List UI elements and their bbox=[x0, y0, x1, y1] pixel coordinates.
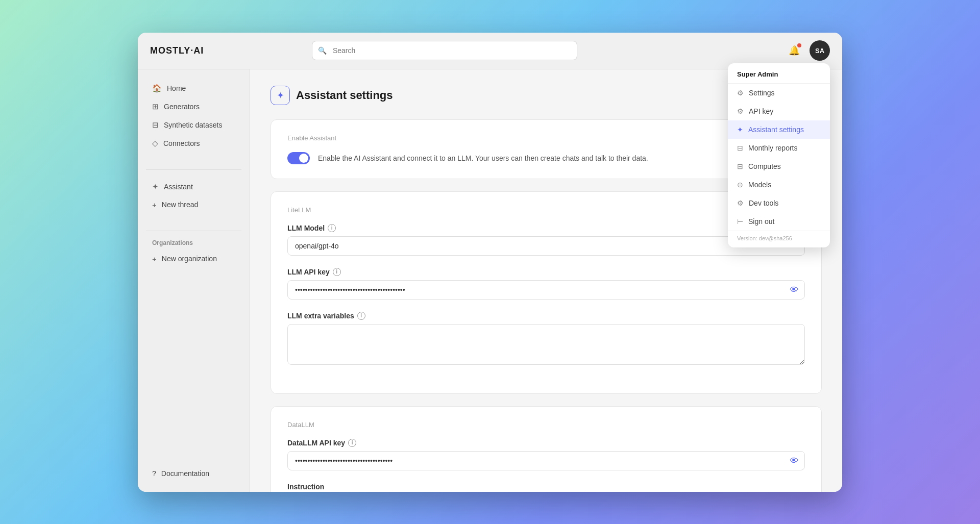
generators-icon: ⊞ bbox=[152, 102, 159, 111]
dropdown-version: Version: dev@sha256 bbox=[728, 231, 830, 247]
app-logo: MOSTLY·AI bbox=[150, 45, 204, 56]
sidebar-item-documentation[interactable]: ? Documentation bbox=[146, 465, 241, 482]
settings-menu-icon: ⚙ bbox=[737, 89, 744, 97]
documentation-icon: ? bbox=[152, 469, 156, 478]
page-title: Assistant settings bbox=[296, 89, 393, 102]
dropdown-item-api-key-label: API key bbox=[749, 107, 773, 115]
search-input[interactable] bbox=[312, 41, 577, 60]
sidebar-item-connectors[interactable]: ◇ Connectors bbox=[146, 135, 241, 152]
sidebar-org-section: Organizations + New organization bbox=[138, 239, 250, 268]
llm-extra-variables-label: LLM extra variables i bbox=[287, 312, 805, 320]
dropdown-item-sign-out-label: Sign out bbox=[748, 217, 774, 226]
sidebar-bottom: ? Documentation bbox=[138, 465, 250, 482]
sidebar-item-connectors-label: Connectors bbox=[163, 139, 200, 147]
litellm-section-title: LiteLLM bbox=[287, 206, 805, 214]
sidebar-item-generators[interactable]: ⊞ Generators bbox=[146, 98, 241, 115]
llm-extra-variables-info-icon[interactable]: i bbox=[357, 312, 365, 320]
enable-section-title: Enable Assistant bbox=[287, 134, 805, 142]
dropdown-item-monthly-reports-label: Monthly reports bbox=[748, 144, 797, 152]
instruction-group: Instruction bbox=[287, 483, 805, 491]
datallm-api-key-visibility-toggle[interactable]: 👁 bbox=[790, 455, 799, 466]
sidebar-item-new-org-label: New organization bbox=[162, 255, 217, 263]
api-key-menu-icon: ⚙ bbox=[737, 107, 744, 115]
llm-api-key-info-icon[interactable]: i bbox=[333, 268, 341, 276]
sidebar-assistant-section: ✦ Assistant + New thread bbox=[138, 178, 250, 214]
dropdown-item-sign-out[interactable]: ⊢ Sign out bbox=[728, 212, 830, 231]
sidebar-divider-2 bbox=[146, 231, 241, 231]
datallm-api-key-input-wrap: 👁 bbox=[287, 451, 805, 470]
llm-model-label: LLM Model i bbox=[287, 224, 805, 232]
sidebar: 🏠 Home ⊞ Generators ⊟ Synthetic datasets… bbox=[138, 69, 250, 492]
llm-api-key-visibility-toggle[interactable]: 👁 bbox=[790, 284, 799, 295]
computes-menu-icon: ⊟ bbox=[737, 162, 743, 170]
dropdown-item-api-key[interactable]: ⚙ API key bbox=[728, 102, 830, 120]
llm-api-key-input-wrap: 👁 bbox=[287, 280, 805, 300]
sidebar-item-assistant[interactable]: ✦ Assistant bbox=[146, 178, 241, 195]
sidebar-item-synthetic-datasets[interactable]: ⊟ Synthetic datasets bbox=[146, 116, 241, 134]
search-icon: 🔍 bbox=[318, 46, 327, 55]
dropdown-item-computes[interactable]: ⊟ Computes bbox=[728, 157, 830, 176]
sidebar-main-section: 🏠 Home ⊞ Generators ⊟ Synthetic datasets… bbox=[138, 80, 250, 153]
dropdown-user-label: Super Admin bbox=[737, 70, 778, 78]
home-icon: 🏠 bbox=[152, 84, 162, 93]
llm-model-input[interactable] bbox=[287, 236, 805, 256]
assistant-settings-menu-icon: ✦ bbox=[737, 126, 743, 134]
datallm-section-card: DataLLM DataLLM API key i 👁 Instruction bbox=[271, 406, 822, 492]
llm-api-key-label: LLM API key i bbox=[287, 268, 805, 276]
dropdown-item-models-label: Models bbox=[748, 181, 771, 189]
user-avatar-button[interactable]: SA bbox=[810, 40, 830, 61]
enable-description: Enable the AI Assistant and connect it t… bbox=[318, 154, 648, 162]
llm-api-key-group: LLM API key i 👁 bbox=[287, 268, 805, 300]
datallm-section-title: DataLLM bbox=[287, 421, 805, 429]
assistant-icon: ✦ bbox=[152, 182, 159, 191]
connectors-icon: ◇ bbox=[152, 139, 158, 148]
sidebar-item-new-thread-label: New thread bbox=[162, 201, 199, 209]
dropdown-item-models[interactable]: ⊙ Models bbox=[728, 176, 830, 194]
sidebar-item-new-thread[interactable]: + New thread bbox=[146, 196, 241, 213]
models-menu-icon: ⊙ bbox=[737, 181, 743, 189]
dropdown-item-computes-label: Computes bbox=[748, 162, 781, 170]
datallm-api-key-input[interactable] bbox=[287, 451, 805, 470]
sidebar-org-label: Organizations bbox=[146, 239, 241, 246]
sidebar-item-assistant-label: Assistant bbox=[164, 183, 193, 191]
dropdown-item-settings-label: Settings bbox=[749, 89, 775, 97]
llm-model-group: LLM Model i bbox=[287, 224, 805, 256]
dropdown-item-dev-tools[interactable]: ⚙ Dev tools bbox=[728, 194, 830, 212]
dropdown-item-assistant-settings[interactable]: ✦ Assistant settings bbox=[728, 120, 830, 139]
header-actions: 🔔 SA bbox=[785, 40, 830, 61]
instruction-label: Instruction bbox=[287, 483, 805, 491]
notification-dot bbox=[797, 43, 801, 47]
llm-extra-variables-group: LLM extra variables i bbox=[287, 312, 805, 367]
dropdown-item-assistant-settings-label: Assistant settings bbox=[748, 126, 804, 134]
new-org-icon: + bbox=[152, 255, 157, 263]
dev-tools-menu-icon: ⚙ bbox=[737, 199, 744, 207]
enable-row: Enable the AI Assistant and connect it t… bbox=[287, 152, 805, 164]
assistant-settings-icon: ✦ bbox=[277, 90, 284, 101]
sign-out-menu-icon: ⊢ bbox=[737, 217, 743, 226]
dropdown-item-monthly-reports[interactable]: ⊟ Monthly reports bbox=[728, 139, 830, 157]
sidebar-divider-1 bbox=[146, 169, 241, 170]
datallm-api-key-label: DataLLM API key i bbox=[287, 439, 805, 447]
page-title-icon: ✦ bbox=[271, 86, 290, 105]
sidebar-item-documentation-label: Documentation bbox=[161, 469, 209, 478]
sidebar-item-generators-label: Generators bbox=[164, 103, 200, 111]
llm-model-info-icon[interactable]: i bbox=[328, 224, 336, 232]
dropdown-item-settings[interactable]: ⚙ Settings bbox=[728, 84, 830, 102]
new-thread-icon: + bbox=[152, 201, 157, 209]
llm-extra-variables-input[interactable] bbox=[287, 324, 805, 365]
user-dropdown-menu: Super Admin ⚙ Settings ⚙ API key ✦ Assis… bbox=[728, 63, 830, 247]
dropdown-header: Super Admin bbox=[728, 63, 830, 84]
search-bar: 🔍 bbox=[312, 41, 577, 60]
sidebar-item-home[interactable]: 🏠 Home bbox=[146, 80, 241, 97]
monthly-reports-menu-icon: ⊟ bbox=[737, 144, 743, 152]
synthetic-datasets-icon: ⊟ bbox=[152, 120, 159, 130]
sidebar-item-synthetic-label: Synthetic datasets bbox=[164, 121, 222, 129]
sidebar-item-new-org[interactable]: + New organization bbox=[146, 251, 241, 267]
dropdown-item-dev-tools-label: Dev tools bbox=[749, 199, 778, 207]
sidebar-item-home-label: Home bbox=[167, 84, 186, 92]
datallm-api-key-info-icon[interactable]: i bbox=[348, 439, 356, 447]
datallm-api-key-group: DataLLM API key i 👁 bbox=[287, 439, 805, 470]
enable-assistant-toggle[interactable] bbox=[287, 152, 310, 164]
notifications-button[interactable]: 🔔 bbox=[785, 41, 803, 60]
llm-api-key-input[interactable] bbox=[287, 280, 805, 300]
